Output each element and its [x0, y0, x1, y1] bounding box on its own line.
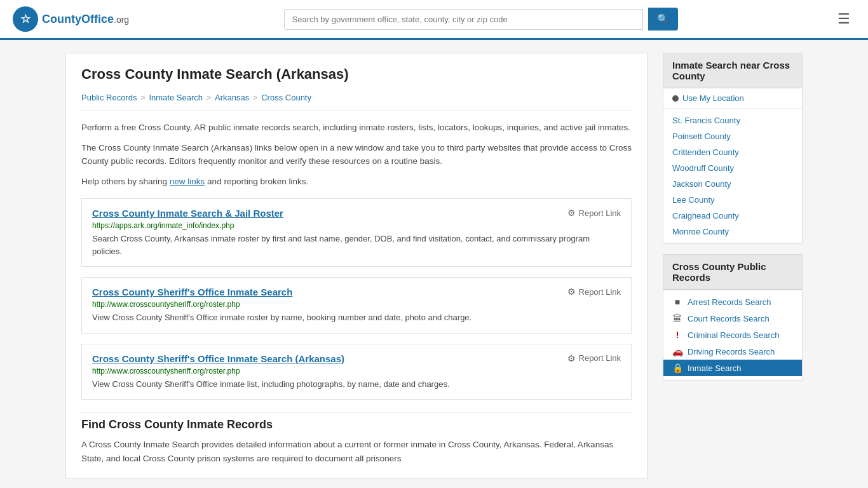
- record-header-3: Cross County Sheriff's Office Inmate Sea…: [92, 353, 621, 364]
- record-item-3: Cross County Sheriff's Office Inmate Sea…: [81, 344, 632, 400]
- pub-rec-link-3[interactable]: Driving Records Search: [688, 347, 775, 356]
- nearby-county-link-2[interactable]: Crittenden County: [672, 147, 739, 157]
- record-item-2: Cross County Sheriff's Office Inmate Sea…: [81, 277, 632, 334]
- public-records-list: ■ Arrest Records Search 🏛 Court Records …: [663, 290, 802, 380]
- find-desc: A Cross County Inmate Search provides de…: [81, 438, 632, 465]
- public-records-box: Cross County Public Records ■ Arrest Rec…: [663, 254, 803, 381]
- pub-rec-3: 🚗 Driving Records Search: [663, 343, 802, 360]
- pub-rec-link-4[interactable]: Inmate Search: [688, 363, 742, 373]
- site-header: ☆ CountyOffice.org 🔍 ☰: [0, 0, 868, 40]
- new-links-link[interactable]: new links: [170, 177, 205, 186]
- nearby-box: Inmate Search near Cross County Use My L…: [663, 53, 803, 244]
- nearby-county-3: Woodruff County: [663, 160, 802, 176]
- report-icon-1: ⚙: [567, 208, 576, 218]
- nearby-county-link-7[interactable]: Monroe County: [672, 227, 729, 236]
- inmate-icon: 🔒: [672, 363, 682, 373]
- nearby-county-link-4[interactable]: Jackson County: [672, 179, 731, 189]
- sidebar: Inmate Search near Cross County Use My L…: [663, 53, 803, 479]
- main-container: Cross County Inmate Search (Arkansas) Pu…: [53, 53, 815, 479]
- record-desc-3: View Cross County Sheriff's Office inmat…: [92, 378, 621, 391]
- svg-text:☆: ☆: [20, 13, 31, 25]
- find-section-title: Find Cross County Inmate Records: [81, 412, 632, 431]
- nearby-county-1: Poinsett County: [663, 128, 802, 144]
- logo-text: CountyOffice.org: [42, 13, 129, 26]
- location-dot-icon: [672, 95, 679, 102]
- criminal-icon: !: [672, 330, 682, 340]
- breadcrumb-inmate-search[interactable]: Inmate Search: [149, 93, 203, 102]
- desc-2: The Cross County Inmate Search (Arkansas…: [81, 141, 632, 168]
- record-title-1: Cross County Inmate Search & Jail Roster: [92, 208, 283, 219]
- breadcrumb-cross-county[interactable]: Cross County: [261, 93, 311, 102]
- desc-1: Perform a free Cross County, AR public i…: [81, 121, 632, 135]
- record-link-3[interactable]: Cross County Sheriff's Office Inmate Sea…: [92, 353, 344, 364]
- page-title: Cross County Inmate Search (Arkansas): [81, 66, 632, 83]
- breadcrumb-sep-1: >: [140, 93, 145, 102]
- logo: ☆ CountyOffice.org: [13, 6, 129, 32]
- report-link-3[interactable]: ⚙ Report Link: [567, 353, 621, 363]
- record-item-1: Cross County Inmate Search & Jail Roster…: [81, 198, 632, 267]
- nearby-county-list: St. Francis County Poinsett County Critt…: [663, 109, 802, 243]
- pub-rec-4: 🔒 Inmate Search: [663, 360, 802, 376]
- record-desc-1: Search Cross County, Arkansas inmate ros…: [92, 233, 621, 257]
- description-area: Perform a free Cross County, AR public i…: [81, 121, 632, 188]
- logo-icon: ☆: [13, 6, 38, 32]
- menu-button[interactable]: ☰: [832, 8, 855, 30]
- nearby-county-0: St. Francis County: [663, 112, 802, 128]
- report-link-1[interactable]: ⚙ Report Link: [567, 208, 621, 218]
- public-records-heading: Cross County Public Records: [663, 255, 802, 290]
- nearby-county-2: Crittenden County: [663, 144, 802, 160]
- nearby-county-5: Lee County: [663, 192, 802, 208]
- report-icon-2: ⚙: [567, 287, 576, 297]
- pub-rec-1: 🏛 Court Records Search: [663, 310, 802, 327]
- pub-rec-link-0[interactable]: Arrest Records Search: [688, 297, 771, 307]
- record-link-1[interactable]: Cross County Inmate Search & Jail Roster: [92, 208, 283, 219]
- driving-icon: 🚗: [672, 346, 682, 356]
- nearby-county-link-1[interactable]: Poinsett County: [672, 132, 731, 141]
- report-link-2[interactable]: ⚙ Report Link: [567, 287, 621, 297]
- breadcrumb-sep-2: >: [207, 93, 211, 102]
- use-location[interactable]: Use My Location: [663, 88, 802, 109]
- nearby-heading: Inmate Search near Cross County: [663, 53, 802, 88]
- pub-rec-2: ! Criminal Records Search: [663, 327, 802, 343]
- search-button[interactable]: 🔍: [648, 8, 678, 30]
- breadcrumb-public-records[interactable]: Public Records: [81, 93, 137, 102]
- arrest-icon: ■: [672, 297, 682, 307]
- record-desc-2: View Cross County Sheriff's Office inmat…: [92, 311, 621, 324]
- record-url-2: http://www.crosscountysheriff.org/roster…: [92, 300, 621, 309]
- search-area: 🔍: [284, 8, 678, 30]
- nearby-county-link-0[interactable]: St. Francis County: [672, 116, 740, 125]
- content-area: Cross County Inmate Search (Arkansas) Pu…: [65, 53, 648, 479]
- nearby-county-link-5[interactable]: Lee County: [672, 195, 715, 205]
- nearby-county-4: Jackson County: [663, 176, 802, 192]
- court-icon: 🏛: [672, 313, 682, 323]
- pub-rec-link-2[interactable]: Criminal Records Search: [688, 330, 780, 340]
- record-title-2: Cross County Sheriff's Office Inmate Sea…: [92, 287, 292, 297]
- breadcrumb: Public Records > Inmate Search > Arkansa…: [81, 93, 632, 111]
- record-header-2: Cross County Sheriff's Office Inmate Sea…: [92, 287, 621, 297]
- nearby-county-link-3[interactable]: Woodruff County: [672, 163, 734, 173]
- breadcrumb-sep-3: >: [253, 93, 257, 102]
- record-link-2[interactable]: Cross County Sheriff's Office Inmate Sea…: [92, 287, 292, 297]
- record-header-1: Cross County Inmate Search & Jail Roster…: [92, 208, 621, 219]
- desc-3: Help others by sharing new links and rep…: [81, 175, 632, 189]
- breadcrumb-arkansas[interactable]: Arkansas: [215, 93, 249, 102]
- search-input[interactable]: [284, 9, 643, 30]
- pub-rec-link-1[interactable]: Court Records Search: [688, 314, 770, 323]
- record-url-1: https://apps.ark.org/inmate_info/index.p…: [92, 221, 621, 230]
- pub-rec-0: ■ Arrest Records Search: [663, 294, 802, 310]
- nearby-county-6: Craighead County: [663, 208, 802, 224]
- record-url-3: http://www.crosscountysheriff.org/roster…: [92, 367, 621, 376]
- report-icon-3: ⚙: [567, 353, 576, 363]
- nearby-county-link-6[interactable]: Craighead County: [672, 211, 739, 220]
- nearby-county-7: Monroe County: [663, 224, 802, 240]
- record-title-3: Cross County Sheriff's Office Inmate Sea…: [92, 353, 344, 364]
